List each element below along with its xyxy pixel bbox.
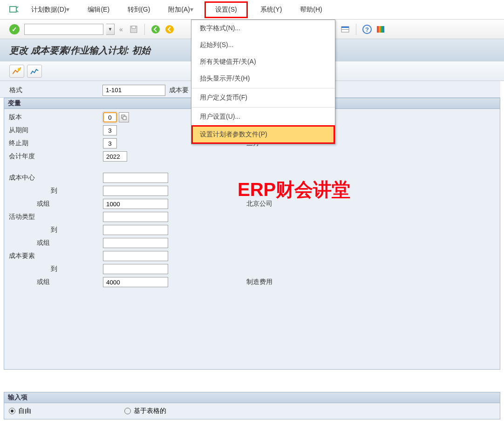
svg-rect-20 <box>123 116 126 120</box>
svg-rect-15 <box>379 26 381 33</box>
menu-plan-data[interactable]: 计划数据(D)▾ <box>26 4 75 16</box>
at-group-label: 或组 <box>4 239 103 247</box>
activity-type-input[interactable] <box>103 212 168 222</box>
format-input[interactable] <box>102 85 165 96</box>
to-period-input[interactable] <box>103 138 117 148</box>
settings-dropdown: 数字格式(N)... 起始列(S)... 所有关键值开/关(A) 抬头显示开/关… <box>191 20 335 144</box>
svg-text:?: ? <box>365 26 369 33</box>
input-options-header: 输入项 <box>4 392 500 403</box>
command-field[interactable] <box>24 24 103 35</box>
ce-to-input[interactable] <box>103 264 168 274</box>
separator <box>191 107 335 108</box>
ce-group-input[interactable] <box>103 277 168 287</box>
activity-type-label: 活动类型 <box>4 213 103 221</box>
svg-rect-17 <box>382 26 384 33</box>
svg-point-3 <box>151 25 160 34</box>
ce-to-label: 到 <box>4 265 103 273</box>
ce-group-label: 或组 <box>4 278 103 286</box>
exit-icon[interactable] <box>163 23 176 35</box>
radio-table-label: 基于表格的 <box>134 407 166 415</box>
svg-rect-14 <box>377 26 379 33</box>
enter-icon[interactable]: ✓ <box>9 24 20 34</box>
command-dropdown-icon[interactable]: ▼ <box>106 24 115 35</box>
variables-body: 版本 计划/实际版本 从期间 三月 终止期 三月 会计年度 成本中心 到 或组 … <box>4 109 500 370</box>
save-icon[interactable] <box>128 23 140 35</box>
at-to-input[interactable] <box>103 225 168 235</box>
cost-element-label: 成本要素 <box>4 252 103 260</box>
svg-rect-2 <box>132 26 136 28</box>
cost-element-input[interactable] <box>103 251 168 261</box>
format-desc: 成本要 <box>169 86 189 94</box>
menu-goto[interactable]: 转到(G) <box>122 4 156 16</box>
version-label: 版本 <box>4 113 103 121</box>
cc-group-label: 或组 <box>4 200 103 208</box>
chart-icon[interactable] <box>27 65 42 78</box>
window2-icon[interactable] <box>339 23 351 35</box>
to-period-label: 终止期 <box>4 139 103 148</box>
watermark-text: ERP财会讲堂 <box>238 177 350 202</box>
at-group-input[interactable] <box>103 238 168 248</box>
collapse-icon[interactable]: « <box>119 26 123 33</box>
overview-icon[interactable] <box>9 65 24 78</box>
radio-free-label: 自由 <box>18 407 31 415</box>
radio-free[interactable]: 自由 <box>9 407 31 415</box>
menu-bar: 计划数据(D)▾ 编辑(E) 转到(G) 附加(A)▾ 设置(S) 系统(Y) … <box>0 0 504 20</box>
menu-help[interactable]: 帮助(H) <box>294 4 327 16</box>
menu-extras[interactable]: 附加(A)▾ <box>163 4 199 16</box>
search-help-icon[interactable] <box>119 112 129 122</box>
dropdown-user-settings[interactable]: 用户设置(U)... <box>191 108 335 125</box>
dropdown-all-keys[interactable]: 所有关键值开/关(A) <box>191 54 335 70</box>
separator <box>191 88 335 88</box>
at-to-label: 到 <box>4 226 103 234</box>
color-icon[interactable] <box>375 23 387 35</box>
menu-edit[interactable]: 编辑(E) <box>82 4 115 16</box>
cc-group-input[interactable] <box>103 199 168 209</box>
menu-settings[interactable]: 设置(S) <box>204 1 248 18</box>
from-period-input[interactable] <box>103 125 117 135</box>
radio-row: 自由 基于表格的 <box>4 403 500 419</box>
fiscal-year-label: 会计年度 <box>4 152 103 161</box>
input-section: 输入项 自由 基于表格的 <box>4 392 500 419</box>
cc-to-label: 到 <box>4 187 103 195</box>
from-period-label: 从期间 <box>4 126 103 135</box>
svg-rect-10 <box>341 27 349 28</box>
radio-table[interactable]: 基于表格的 <box>124 407 166 415</box>
dropdown-user-currency[interactable]: 用户定义货币(F) <box>191 89 335 106</box>
svg-rect-16 <box>381 26 382 33</box>
dropdown-number-format[interactable]: 数字格式(N)... <box>191 20 335 37</box>
cost-center-label: 成本中心 <box>4 174 103 182</box>
format-label: 格式 <box>9 86 102 94</box>
svg-point-18 <box>18 68 20 71</box>
version-input[interactable] <box>103 112 117 122</box>
cost-center-input[interactable] <box>103 173 168 183</box>
svg-rect-0 <box>10 7 16 12</box>
ce-group-desc: 制造费用 <box>246 278 272 286</box>
dropdown-planner-profile[interactable]: 设置计划者参数文件(P) <box>191 125 335 144</box>
cc-to-input[interactable] <box>103 186 168 196</box>
help-icon[interactable]: ? <box>361 23 373 35</box>
app-window-icon <box>9 5 19 14</box>
dropdown-header-toggle[interactable]: 抬头显示开/关(H) <box>191 70 335 87</box>
menu-system[interactable]: 系统(Y) <box>255 4 288 16</box>
svg-point-4 <box>165 25 174 34</box>
dropdown-start-column[interactable]: 起始列(S)... <box>191 37 335 54</box>
back-icon[interactable] <box>150 23 162 35</box>
svg-rect-11 <box>341 29 349 30</box>
fiscal-year-input[interactable] <box>103 151 127 162</box>
